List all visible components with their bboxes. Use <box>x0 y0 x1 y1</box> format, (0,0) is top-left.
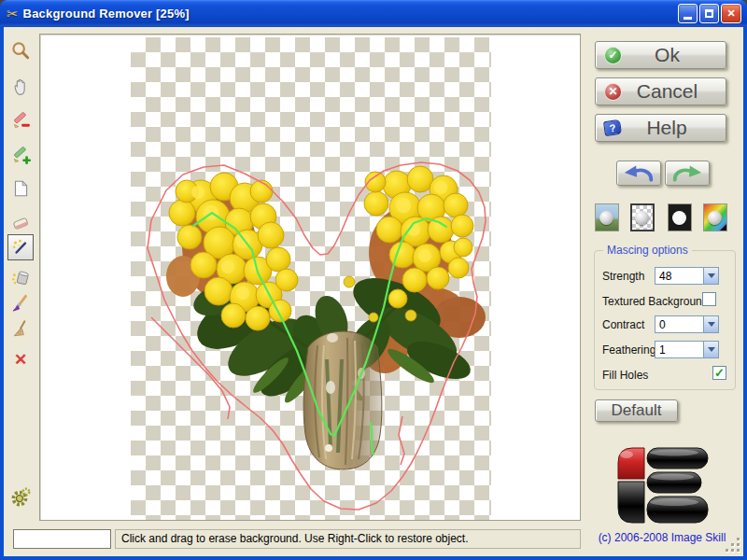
help-button-label: Help <box>621 117 712 139</box>
textured-background-checkbox[interactable] <box>702 292 716 306</box>
default-button[interactable]: Default <box>595 399 678 422</box>
broom-icon <box>10 318 31 339</box>
image-canvas[interactable] <box>39 34 581 521</box>
strength-label: Strength <box>602 270 644 283</box>
close-icon: ✕ <box>726 7 735 20</box>
magnifier-icon <box>10 40 31 61</box>
minimize-button[interactable] <box>678 4 698 23</box>
status-input[interactable] <box>13 529 111 549</box>
pan-tool-button[interactable] <box>7 74 34 100</box>
title-bar[interactable]: ✂ Background Remover [25%] ✕ <box>0 0 747 27</box>
contract-combobox[interactable]: 0 <box>655 315 719 333</box>
close-button[interactable]: ✕ <box>721 4 741 23</box>
contract-label: Contract <box>602 318 644 331</box>
zoom-tool-button[interactable] <box>7 37 34 63</box>
masking-options-group: Mascing options Strength 48 Textured Bac… <box>594 250 736 390</box>
circle-mask-icon <box>672 211 686 225</box>
strength-value: 48 <box>655 268 703 284</box>
flower-bouquet-image <box>131 37 491 520</box>
erase-pen-tool-button[interactable] <box>7 107 34 133</box>
feathering-combobox[interactable]: 1 <box>655 341 719 358</box>
redo-button[interactable] <box>665 161 710 186</box>
dropdown-corner-icon <box>720 224 726 231</box>
scissors-app-icon: ✂ <box>7 6 19 22</box>
pencil-minus-icon <box>10 110 31 131</box>
window-title: Background Remover [25%] <box>23 7 190 21</box>
cancel-button-label: Cancel <box>622 80 712 103</box>
bucket-icon <box>10 267 31 287</box>
status-message: Click and drag to erase background. Use … <box>115 529 581 549</box>
blank-page-icon <box>10 178 31 199</box>
hand-icon <box>10 77 31 97</box>
image-skill-logo <box>616 446 710 525</box>
pencil-plus-icon <box>10 145 31 165</box>
view-on-checkerboard-button[interactable] <box>630 203 655 231</box>
strength-combobox[interactable]: 48 <box>655 267 719 285</box>
view-on-background-button[interactable] <box>595 203 619 231</box>
magic-wand-icon <box>10 237 31 258</box>
contract-value: 0 <box>655 316 703 332</box>
group-title: Mascing options <box>603 244 692 257</box>
red-x-icon: ✕ <box>14 350 27 370</box>
textured-background-label: Textured Background <box>602 295 708 308</box>
view-on-color-button[interactable] <box>703 203 727 231</box>
dropdown-arrow-icon[interactable] <box>703 316 718 332</box>
cancel-x-icon: ✕ <box>604 83 622 101</box>
eraser-icon <box>10 213 31 233</box>
broom-tool-button[interactable] <box>7 315 34 342</box>
undo-button[interactable] <box>616 161 661 186</box>
sphere-icon <box>635 211 649 225</box>
cancel-button[interactable]: ✕ Cancel <box>595 77 726 105</box>
fill-holes-checkbox[interactable]: ✓ <box>712 366 726 380</box>
help-button[interactable]: ? Help <box>595 114 726 142</box>
brush-tool-button[interactable] <box>7 290 34 316</box>
help-book-icon: ? <box>603 119 622 136</box>
ok-button-label: Ok <box>622 44 712 66</box>
delete-tool-button[interactable]: ✕ <box>7 346 34 372</box>
view-mask-button[interactable] <box>668 203 692 231</box>
new-page-tool-button[interactable] <box>7 175 34 202</box>
check-icon: ✓ <box>714 367 725 379</box>
sphere-icon <box>708 211 722 225</box>
fill-tool-button[interactable] <box>7 264 34 290</box>
feathering-value: 1 <box>655 342 703 357</box>
minimize-icon <box>684 17 692 20</box>
transparency-checkerboard <box>131 37 491 520</box>
fill-holes-label: Fill Holes <box>602 369 648 382</box>
restore-pen-tool-button[interactable] <box>7 142 34 168</box>
redo-arrow-icon <box>669 163 705 184</box>
maximize-icon <box>705 9 713 18</box>
undo-arrow-icon <box>621 163 656 184</box>
background-remover-window: ✂ Background Remover [25%] ✕ <box>0 0 747 560</box>
copyright-text: (c) 2006-2008 Image Skill <box>583 531 741 544</box>
feathering-label: Feathering <box>602 343 655 357</box>
settings-button[interactable] <box>7 484 34 511</box>
default-button-label: Default <box>612 401 662 420</box>
maximize-button[interactable] <box>699 4 719 23</box>
ok-button[interactable]: ✓ Ok <box>595 41 726 69</box>
dropdown-arrow-icon[interactable] <box>703 268 718 284</box>
eraser-tool-button[interactable] <box>7 210 34 236</box>
magic-wand-tool-button[interactable] <box>7 234 34 260</box>
paintbrush-icon <box>10 293 31 314</box>
ok-check-icon: ✓ <box>604 47 622 64</box>
gear-icon <box>9 486 32 509</box>
dropdown-arrow-icon[interactable] <box>703 342 718 357</box>
sphere-icon <box>599 211 613 225</box>
